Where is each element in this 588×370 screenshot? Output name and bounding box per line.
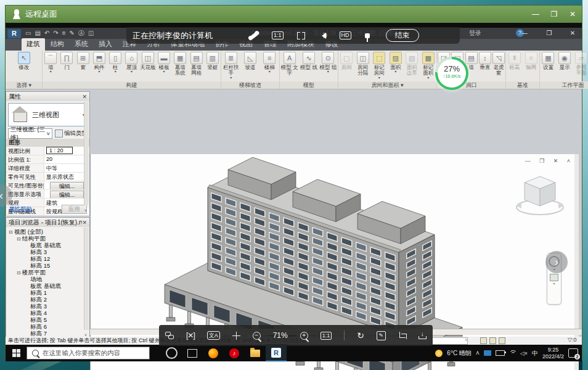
property-row[interactable]: 图形显示选项编辑... <box>6 190 89 199</box>
chevron-down-icon[interactable]: ▾ <box>427 76 429 79</box>
call-button[interactable] <box>250 34 258 38</box>
tree-item[interactable]: 标高 12 <box>7 255 89 262</box>
ribbon-button-房间分隔[interactable]: ◫房间 分隔 <box>355 52 372 76</box>
wifi-icon[interactable] <box>509 350 516 356</box>
ribbon-button-老虎窗[interactable]: ◹老虎窗 <box>492 52 505 76</box>
ratio-1-1-button[interactable]: 1:1 <box>272 31 284 39</box>
property-row[interactable]: 比例值 1:20 <box>6 155 89 164</box>
window-close-button[interactable]: ✕ <box>563 6 582 23</box>
ribbon-button-显示[interactable]: ◉显示 <box>557 52 573 70</box>
viewcube[interactable] <box>512 171 568 221</box>
ribbon-tab-建筑[interactable]: 建筑 <box>22 38 45 51</box>
ribbon-button-构件[interactable]: ⬒构件▾ <box>91 52 107 73</box>
tree-item[interactable]: 板底 基础底 <box>7 282 89 289</box>
properties-header[interactable]: 属性 ✕ <box>6 92 89 101</box>
ribbon-button-幕墙系统[interactable]: ▦幕墙 系统 <box>172 52 188 76</box>
save-button[interactable]: ↓ <box>419 332 427 339</box>
revit-taskbar-button[interactable]: R <box>266 344 287 362</box>
tree-item[interactable]: 标高 4 <box>7 310 89 316</box>
selection-filter[interactable]: ▽:0 <box>568 337 576 343</box>
ribbon-button-参照平面[interactable]: ▱参照 平面 <box>573 52 588 76</box>
view-window-controls[interactable]: — ❐ ✕ ˄ <box>525 158 574 164</box>
audio-button[interactable] <box>319 33 326 39</box>
music-app-button[interactable]: ♪ <box>224 345 245 361</box>
revit-minimize-button[interactable]: — <box>517 28 533 38</box>
tree-item[interactable]: 标高 1 <box>7 289 89 296</box>
ribbon-button-标高[interactable]: ⇞标高 <box>506 52 523 70</box>
cortana-button[interactable] <box>161 345 182 361</box>
window-titlebar[interactable]: 远程桌面 <box>6 6 582 23</box>
fullscreen-button[interactable] <box>297 32 305 39</box>
battery-icon[interactable] <box>496 350 505 356</box>
ribbon-tab-结构[interactable]: 结构 <box>46 38 69 51</box>
chevron-down-icon[interactable]: ▾ <box>230 76 232 79</box>
ribbon-button-坡道[interactable]: ◺坡道 <box>240 52 259 70</box>
qat-icon[interactable]: ▭ <box>25 30 31 36</box>
crop-button[interactable] <box>398 332 406 340</box>
task-view-button[interactable] <box>182 345 203 361</box>
ribbon-button-墙[interactable]: ⌒墙▾ <box>43 52 59 73</box>
tree-item[interactable]: 板底 基础底 <box>7 242 89 249</box>
ribbon-button-竖梃[interactable]: ▥竖梃 <box>205 52 221 70</box>
browser-scrollbar[interactable] <box>84 228 89 330</box>
ribbon-button-楼梯[interactable]: ≡楼梯▾ <box>260 52 279 73</box>
ribbon-button-模型线[interactable]: ∿模型 线 <box>299 52 318 70</box>
chevron-down-icon[interactable]: ▾ <box>394 70 396 73</box>
instance-selector[interactable]: 三维视图: {三维} ˅ <box>8 128 52 139</box>
property-value[interactable]: 20 <box>44 155 89 163</box>
tree-collapse-icon[interactable]: ⊟ <box>17 269 22 276</box>
notification-icon[interactable]: 2 <box>568 348 578 358</box>
chevron-down-icon[interactable]: ▾ <box>327 70 329 73</box>
ime-indicator[interactable]: 中 <box>532 349 538 358</box>
volume-muted-icon[interactable]: ◁× <box>520 350 528 356</box>
tree-item[interactable]: ⊟视图 (全部) <box>7 228 89 235</box>
chevron-down-icon[interactable]: ▾ <box>98 70 100 73</box>
screencast-icon[interactable] <box>484 350 491 356</box>
signin-label[interactable]: 登录 <box>469 29 481 38</box>
tree-item[interactable]: 标高 3 <box>7 303 89 310</box>
chevron-down-icon[interactable]: ▾ <box>115 70 116 73</box>
apply-button[interactable]: 应用 <box>62 205 87 214</box>
ribbon-button-垂直[interactable]: ↕垂直 <box>478 52 492 70</box>
actual-size-button[interactable]: 1:1 <box>321 332 332 340</box>
property-row[interactable]: 可见性/图形替换编辑... <box>6 181 89 190</box>
window-minimize-button[interactable]: — <box>526 6 545 23</box>
properties-help-link[interactable]: 属性帮助 <box>9 205 32 213</box>
tree-item[interactable]: 标高 5 <box>7 316 89 323</box>
property-value[interactable]: 1 : 20 <box>44 147 89 155</box>
property-value[interactable]: 显示原状态 <box>44 173 89 181</box>
design-option-combo[interactable]: ˅ <box>431 337 468 345</box>
end-control-button[interactable]: 结束 <box>386 29 419 42</box>
qat-icon[interactable]: ↶ <box>44 30 49 36</box>
qat-icon[interactable]: ↷ <box>53 30 58 36</box>
rotate-button[interactable]: ↻ <box>357 331 364 340</box>
qat-icon[interactable]: ◫ <box>88 30 94 36</box>
ribbon-button-楼板[interactable]: ▬楼板▾ <box>156 52 172 73</box>
chevron-down-icon[interactable]: ▾ <box>163 70 165 73</box>
qat-icon[interactable]: ▤ <box>35 30 40 36</box>
ribbon-button-轴网[interactable]: ⌗轴网 <box>523 52 539 70</box>
window-maximize-button[interactable]: ❐ <box>545 6 563 23</box>
zoom-level[interactable]: 71% <box>273 331 288 340</box>
chevron-down-icon[interactable]: ▾ <box>131 70 133 73</box>
tree-item[interactable]: 标高 7 <box>7 330 89 337</box>
property-row[interactable]: 详细程度中等 <box>6 164 89 173</box>
project-browser-header[interactable]: 项目浏览器 - 项目1(恢复).rvt ✕ <box>6 218 89 227</box>
tree-item[interactable]: 标高 15 <box>7 262 89 269</box>
ribbon-button-柱[interactable]: ▯柱▾ <box>107 52 123 73</box>
tree-item[interactable]: ⊟楼层平面 <box>7 269 89 276</box>
tree-collapse-icon[interactable]: ⊟ <box>17 236 22 242</box>
property-row[interactable]: 零件可见性显示原状态 <box>6 173 89 181</box>
zoom-out-button[interactable]: − <box>253 332 261 340</box>
property-value[interactable]: 编辑... <box>44 181 89 189</box>
ribbon-button-面积边界[interactable]: ▧面积 边界 <box>404 52 420 76</box>
ribbon-button-屋顶[interactable]: ⌂屋顶▾ <box>123 52 139 73</box>
tree-item[interactable]: 标高 6 <box>7 323 89 330</box>
property-value[interactable]: 编辑... <box>44 190 89 198</box>
properties-scrollbar[interactable] <box>84 102 89 205</box>
tray-expand-icon[interactable]: ˄ <box>476 350 480 356</box>
ribbon-tab-系统[interactable]: 系统 <box>70 38 93 51</box>
ribbon-button-幕墙网格[interactable]: ▤幕墙 网格 <box>188 52 204 76</box>
qat-icon[interactable]: Ⓐ <box>78 30 84 36</box>
ribbon-button-房间[interactable]: ▢房间 <box>338 52 355 70</box>
